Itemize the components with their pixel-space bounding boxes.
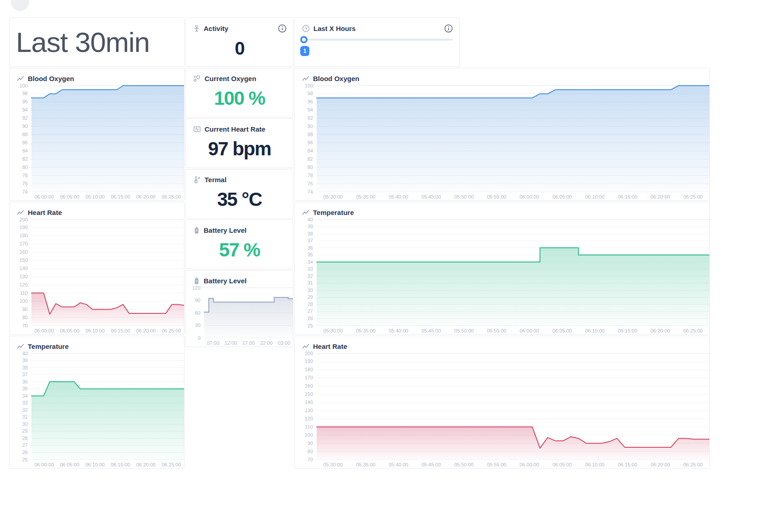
temperature-30min-card: Temperature 4039383736353433323130292827…: [9, 336, 185, 469]
svg-text:05:30:00: 05:30:00: [323, 462, 343, 467]
last-x-hours-card: Last X Hours 1: [294, 17, 460, 67]
chart-header: Heart Rate: [10, 202, 184, 216]
svg-text:100: 100: [305, 432, 313, 438]
svg-text:06:10:00: 06:10:00: [585, 328, 605, 333]
svg-text:35: 35: [22, 386, 28, 391]
svg-text:32: 32: [22, 407, 28, 413]
svg-text:80: 80: [308, 449, 313, 454]
svg-text:05:45:00: 05:45:00: [421, 328, 441, 333]
svg-text:06:20:00: 06:20:00: [136, 462, 156, 467]
svg-text:33: 33: [308, 266, 313, 271]
svg-text:05:45:00: 05:45:00: [421, 194, 441, 200]
info-icon[interactable]: [278, 24, 287, 33]
right-column: Last X Hours 1: [294, 17, 710, 469]
activity-label: Activity: [204, 25, 228, 32]
slider-handle[interactable]: [300, 36, 308, 43]
svg-text:06:00:00: 06:00:00: [519, 194, 539, 200]
svg-text:98: 98: [308, 91, 313, 96]
slider-track[interactable]: [303, 39, 453, 41]
svg-text:110: 110: [20, 290, 28, 296]
avatar[interactable]: [11, 0, 29, 11]
battery-chart-card: ? Battery Level 120906030007:0012:0017:0…: [185, 270, 293, 347]
svg-text:A: A: [198, 176, 200, 179]
line-chart-icon: [17, 343, 24, 350]
line-chart-icon: [302, 209, 309, 216]
svg-text:06:00:00: 06:00:00: [34, 194, 54, 200]
svg-text:06:20:00: 06:20:00: [651, 194, 670, 200]
svg-text:34: 34: [308, 259, 313, 265]
chart-title: Blood Oxygen: [313, 75, 359, 82]
current-heart-rate-card: Current Heart Rate 97 bpm: [185, 118, 293, 168]
svg-text:06:00:00: 06:00:00: [34, 328, 54, 333]
svg-text:170: 170: [305, 375, 313, 380]
chart-header: Blood Oxygen: [10, 68, 184, 82]
svg-text:82: 82: [308, 156, 313, 162]
clock-icon: [302, 25, 310, 32]
line-chart-icon: [302, 343, 309, 350]
svg-text:06:05:00: 06:05:00: [60, 194, 79, 200]
svg-text:94: 94: [22, 107, 28, 113]
thermometer-icon: A: [193, 176, 201, 184]
svg-text:26: 26: [308, 316, 313, 321]
svg-text:29: 29: [22, 428, 28, 434]
svg-text:120: 120: [305, 416, 313, 421]
svg-text:86: 86: [22, 140, 28, 145]
svg-text:34: 34: [22, 393, 28, 399]
svg-text:27: 27: [22, 442, 28, 448]
metric-label: Current Heart Rate: [205, 125, 265, 133]
blood-oxygen-1h-card: Blood Oxygen 100989694929088868482807876…: [294, 68, 710, 201]
svg-text:30: 30: [195, 322, 200, 328]
svg-text:39: 39: [22, 358, 28, 363]
svg-text:12:00: 12:00: [225, 340, 237, 346]
svg-text:190: 190: [20, 225, 28, 230]
svg-text:35: 35: [308, 252, 313, 257]
svg-text:06:10:00: 06:10:00: [85, 194, 105, 200]
svg-text:06:20:00: 06:20:00: [136, 194, 156, 200]
thermal-card: A Termal 35 °C: [185, 169, 293, 219]
temperature-1h-chart[interactable]: 4039383736353433323130292827262505:30:00…: [295, 216, 709, 336]
chart-header: Temperature: [295, 202, 709, 216]
svg-text:05:55:00: 05:55:00: [487, 328, 507, 333]
chart-title: Blood Oxygen: [28, 75, 74, 82]
svg-text:200: 200: [305, 351, 313, 356]
svg-text:06:05:00: 06:05:00: [552, 462, 572, 467]
svg-text:06:05:00: 06:05:00: [60, 462, 79, 467]
battery-level-card: ? Battery Level 57 %: [185, 220, 293, 269]
svg-text:27: 27: [308, 308, 313, 314]
battery-level-chart[interactable]: 120906030007:0012:0017:0022:0003:00: [186, 285, 293, 348]
svg-text:06:00:00: 06:00:00: [519, 462, 539, 467]
svg-text:06:15:00: 06:15:00: [111, 462, 130, 467]
blood-oxygen-1h-chart[interactable]: 1009896949290888684828078767405:30:0005:…: [295, 82, 709, 202]
svg-text:06:10:00: 06:10:00: [85, 462, 105, 467]
info-icon[interactable]: [444, 24, 453, 33]
svg-text:78: 78: [308, 173, 313, 178]
svg-text:06:15:00: 06:15:00: [618, 328, 637, 333]
svg-text:07:00: 07:00: [207, 340, 220, 346]
svg-text:80: 80: [308, 164, 313, 170]
svg-text:06:00:00: 06:00:00: [34, 462, 54, 467]
svg-text:150: 150: [20, 257, 28, 263]
svg-text:22:00: 22:00: [260, 340, 273, 346]
current-heart-rate-value: 97 bpm: [186, 133, 293, 168]
svg-text:0: 0: [198, 335, 200, 341]
chart-title: Battery Level: [204, 277, 246, 285]
svg-text:90: 90: [308, 123, 313, 129]
svg-text:98: 98: [22, 91, 28, 96]
heart-rate-1h-chart[interactable]: 2001901801701601501401301201101009080700…: [295, 350, 709, 470]
svg-text:92: 92: [308, 115, 313, 121]
thermal-value: 35 °C: [186, 184, 293, 218]
temperature-30min-chart[interactable]: 4039383736353433323130292827262506:00:00…: [10, 350, 184, 470]
svg-text:06:20:00: 06:20:00: [651, 328, 670, 333]
svg-text:160: 160: [20, 249, 28, 255]
svg-text:06:25:00: 06:25:00: [683, 462, 703, 467]
heart-rate-30min-chart[interactable]: 2001901801701601501401301201101009080700…: [10, 216, 184, 336]
svg-text:90: 90: [22, 123, 28, 129]
svg-text:38: 38: [308, 231, 313, 236]
svg-text:17:00: 17:00: [242, 340, 255, 346]
svg-text:05:35:00: 05:35:00: [356, 328, 375, 333]
svg-text:200: 200: [20, 217, 28, 222]
blood-oxygen-30min-chart[interactable]: 1009896949290888684828078767406:00:0006:…: [10, 82, 184, 202]
svg-text:30: 30: [308, 287, 313, 293]
chart-title: Heart Rate: [313, 343, 347, 350]
svg-text:88: 88: [22, 132, 28, 137]
